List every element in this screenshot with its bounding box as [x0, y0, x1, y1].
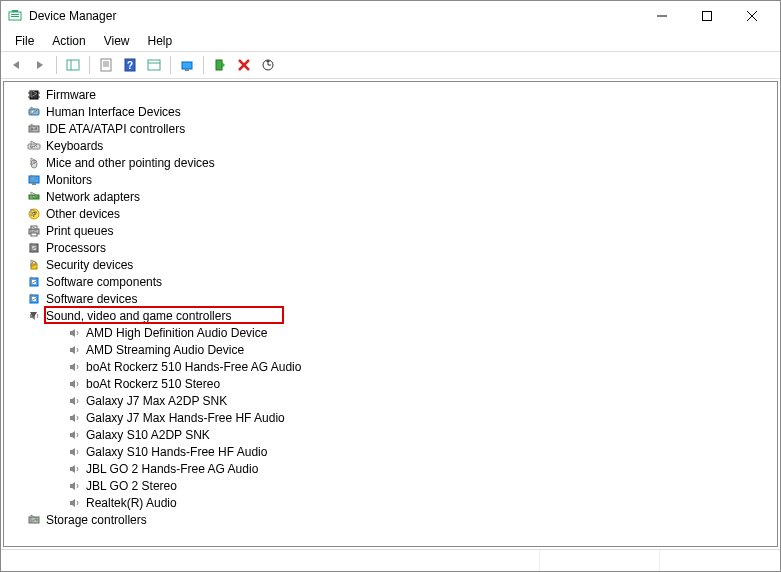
expand-icon[interactable] [26, 276, 40, 287]
tree-label: Security devices [46, 258, 133, 272]
tree-label: Processors [46, 241, 106, 255]
tree-category[interactable]: Firmware [6, 86, 775, 103]
tree-device[interactable]: Galaxy S10 Hands-Free HF Audio [6, 443, 775, 460]
tree-label: Software components [46, 275, 162, 289]
menubar: File Action View Help [1, 31, 780, 51]
tree-device[interactable]: JBL GO 2 Stereo [6, 477, 775, 494]
tree-device[interactable]: JBL GO 2 Hands-Free AG Audio [6, 460, 775, 477]
tree-label: boAt Rockerz 510 Hands-Free AG Audio [86, 360, 301, 374]
svg-rect-20 [216, 60, 222, 70]
tree-device[interactable]: Galaxy S10 A2DP SNK [6, 426, 775, 443]
speaker-icon [66, 427, 82, 443]
tree-category[interactable]: Mice and other pointing devices [6, 154, 775, 171]
speaker-icon [66, 342, 82, 358]
statusbar [1, 549, 780, 571]
tree-label: Print queues [46, 224, 113, 238]
tree-device[interactable]: AMD Streaming Audio Device [6, 341, 775, 358]
expand-icon[interactable] [26, 310, 40, 321]
maximize-button[interactable] [684, 1, 729, 31]
expand-icon[interactable] [26, 259, 40, 270]
tree-label: Galaxy J7 Max Hands-Free HF Audio [86, 411, 285, 425]
speaker-icon [66, 461, 82, 477]
speaker-icon [66, 478, 82, 494]
speaker-icon [66, 444, 82, 460]
menu-view[interactable]: View [96, 32, 138, 50]
tree-label: Storage controllers [46, 513, 147, 527]
expand-icon[interactable] [26, 140, 40, 151]
tree-category[interactable]: Human Interface Devices [6, 103, 775, 120]
window-title: Device Manager [29, 9, 639, 23]
tree-label: Mice and other pointing devices [46, 156, 215, 170]
expand-icon[interactable] [26, 514, 40, 525]
toolbar: ? [1, 51, 780, 79]
tree-label: JBL GO 2 Hands-Free AG Audio [86, 462, 258, 476]
tree-category[interactable]: Software devices [6, 290, 775, 307]
tree-category[interactable]: IDE ATA/ATAPI controllers [6, 120, 775, 137]
toolbar-separator [56, 56, 57, 74]
expand-icon[interactable] [26, 225, 40, 236]
tree-label: Human Interface Devices [46, 105, 181, 119]
tree-label: Galaxy S10 Hands-Free HF Audio [86, 445, 267, 459]
status-cell [1, 550, 540, 571]
expand-icon[interactable] [26, 208, 40, 219]
tree-category[interactable]: Processors [6, 239, 775, 256]
titlebar: Device Manager [1, 1, 780, 31]
menu-help[interactable]: Help [140, 32, 181, 50]
expand-icon[interactable] [26, 174, 40, 185]
app-icon [7, 8, 23, 24]
view-button[interactable] [143, 54, 165, 76]
close-button[interactable] [729, 1, 774, 31]
svg-rect-10 [101, 59, 111, 71]
show-hide-tree-button[interactable] [62, 54, 84, 76]
expand-icon[interactable] [26, 106, 40, 117]
scan-button[interactable] [257, 54, 279, 76]
uninstall-button[interactable] [233, 54, 255, 76]
toolbar-separator [203, 56, 204, 74]
expand-icon[interactable] [26, 123, 40, 134]
forward-button[interactable] [29, 54, 51, 76]
tree-category[interactable]: Monitors [6, 171, 775, 188]
expand-icon[interactable] [26, 157, 40, 168]
speaker-icon [66, 495, 82, 511]
speaker-icon [66, 393, 82, 409]
tree-device[interactable]: boAt Rockerz 510 Hands-Free AG Audio [6, 358, 775, 375]
tree-category[interactable]: Security devices [6, 256, 775, 273]
tree-device[interactable]: boAt Rockerz 510 Stereo [6, 375, 775, 392]
enable-button[interactable] [209, 54, 231, 76]
help-button[interactable]: ? [119, 54, 141, 76]
tree-device[interactable]: Galaxy J7 Max Hands-Free HF Audio [6, 409, 775, 426]
speaker-icon [66, 376, 82, 392]
tree-label: JBL GO 2 Stereo [86, 479, 177, 493]
tree-category[interactable]: Software components [6, 273, 775, 290]
tree-device[interactable]: Galaxy J7 Max A2DP SNK [6, 392, 775, 409]
expand-icon[interactable] [26, 293, 40, 304]
back-button[interactable] [5, 54, 27, 76]
tree-category[interactable]: Storage controllers [6, 511, 775, 528]
menu-action[interactable]: Action [44, 32, 93, 50]
tree-category[interactable]: ?Other devices [6, 205, 775, 222]
tree-category[interactable]: Print queues [6, 222, 775, 239]
svg-rect-3 [11, 16, 19, 17]
expand-icon[interactable] [26, 89, 40, 100]
svg-text:?: ? [127, 60, 133, 71]
tree-label: Software devices [46, 292, 137, 306]
tree-category[interactable]: Network adapters [6, 188, 775, 205]
tree-label: Other devices [46, 207, 120, 221]
update-driver-button[interactable] [176, 54, 198, 76]
device-tree[interactable]: FirmwareHuman Interface DevicesIDE ATA/A… [3, 81, 778, 547]
status-cell [540, 550, 660, 571]
expand-icon[interactable] [26, 191, 40, 202]
tree-label: AMD Streaming Audio Device [86, 343, 244, 357]
minimize-button[interactable] [639, 1, 684, 31]
tree-category[interactable]: Sound, video and game controllers [6, 307, 775, 324]
tree-label: Sound, video and game controllers [46, 309, 231, 323]
tree-device[interactable]: Realtek(R) Audio [6, 494, 775, 511]
toolbar-separator [170, 56, 171, 74]
svg-rect-2 [11, 14, 19, 15]
expand-icon[interactable] [26, 242, 40, 253]
properties-button[interactable] [95, 54, 117, 76]
menu-file[interactable]: File [7, 32, 42, 50]
status-cell [660, 550, 780, 571]
tree-device[interactable]: AMD High Definition Audio Device [6, 324, 775, 341]
tree-category[interactable]: Keyboards [6, 137, 775, 154]
